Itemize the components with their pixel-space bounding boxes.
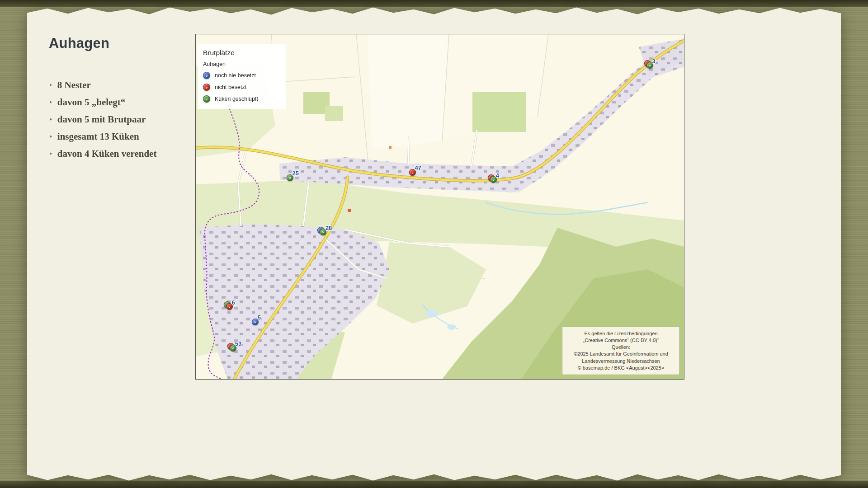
slide-background: Auhagen ‣ 8 Nester ‣ davon 5 „belegt“ ‣ … — [0, 0, 868, 488]
bullet-item: ‣ davon 5 „belegt“ — [49, 97, 198, 114]
legend-subtitle: Auhagen — [203, 61, 281, 67]
bullet-item: ‣ insgesamt 13 Küken — [49, 131, 198, 148]
slide: Auhagen ‣ 8 Nester ‣ davon 5 „belegt“ ‣ … — [27, 4, 841, 484]
legend-title: Brutplätze — [203, 49, 281, 57]
bullet-icon: ‣ — [49, 99, 53, 107]
bullet-item: ‣ 8 Nester — [49, 80, 198, 97]
marker-count-label: 3 — [652, 58, 655, 65]
slide-wrapper: Auhagen ‣ 8 Nester ‣ davon 5 „belegt“ ‣ … — [27, 4, 841, 484]
map: Brutplätze Auhagen v noch nie besetzt v … — [195, 34, 684, 380]
text-panel: Auhagen ‣ 8 Nester ‣ davon 5 „belegt“ ‣ … — [49, 35, 198, 165]
marker-count-label: 6 — [232, 299, 235, 306]
bullet-text: davon 5 „belegt“ — [57, 97, 126, 108]
bullet-icon: ‣ — [49, 81, 53, 89]
marker-count-label: 47 — [415, 164, 421, 171]
legend-label: Küken geschlüpft — [215, 96, 258, 102]
page-title: Auhagen — [49, 35, 198, 52]
legend-item-hatched: v Küken geschlüpft — [203, 95, 281, 103]
marker-red-icon: v — [203, 84, 210, 91]
bullet-item: ‣ davon 4 Küken verendet — [49, 148, 198, 165]
marker-count-label: 5 — [258, 314, 261, 321]
legend-label: noch nie besetzt — [215, 72, 256, 79]
marker-blue-icon: v — [203, 72, 210, 79]
marker-count-label: 4 — [496, 172, 499, 179]
legend-label: nicht besetzt — [215, 84, 246, 90]
map-legend: Brutplätze Auhagen v noch nie besetzt v … — [198, 44, 286, 109]
bullet-icon: ‣ — [49, 150, 53, 158]
bullet-item: ‣ davon 5 mit Brutpaar — [49, 114, 198, 131]
bullet-text: davon 4 Küken verendet — [57, 148, 157, 160]
legend-item-never: v noch nie besetzt — [203, 72, 281, 79]
bullet-text: 8 Nester — [57, 80, 91, 91]
legend-item-not-occupied: v nicht besetzt — [203, 84, 281, 91]
marker-green-icon: v — [203, 95, 210, 103]
bullet-text: insgesamt 13 Küken — [57, 131, 139, 142]
marker-count-label: 25 — [292, 170, 298, 177]
license-box: Es gelten die Lizenzbedingungen „Creativ… — [562, 327, 680, 375]
marker-count-label: 28 — [326, 225, 332, 231]
bullet-icon: ‣ — [49, 133, 53, 141]
marker-count-label: 53 — [235, 340, 241, 347]
bullet-list: ‣ 8 Nester ‣ davon 5 „belegt“ ‣ davon 5 … — [49, 80, 198, 165]
bullet-text: davon 5 mit Brutpaar — [57, 114, 146, 125]
bullet-icon: ‣ — [49, 116, 53, 124]
